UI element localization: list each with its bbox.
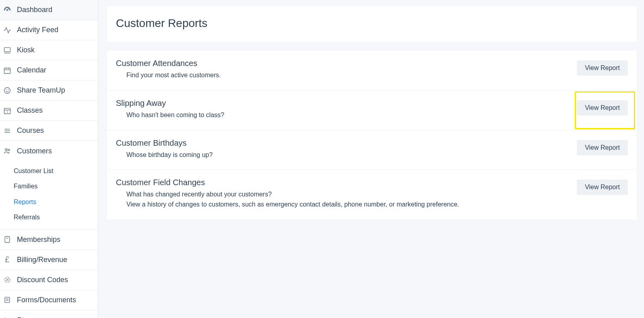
nav-calendar[interactable]: Calendar xyxy=(0,60,98,81)
report-title: Customer Attendances xyxy=(116,59,569,68)
svg-point-11 xyxy=(8,89,8,90)
report-description: What has changed recently about your cus… xyxy=(116,190,569,210)
discount-icon xyxy=(0,276,11,284)
report-row: Customer BirthdaysWhose birthday is comi… xyxy=(107,130,637,170)
report-row: Customer AttendancesFind your most activ… xyxy=(107,51,637,91)
report-title: Customer Birthdays xyxy=(116,138,569,148)
nav-billing-revenue[interactable]: Billing/Revenue xyxy=(0,250,98,270)
nav-label: Store xyxy=(17,316,93,318)
svg-point-19 xyxy=(8,149,10,151)
subnav-families[interactable]: Families xyxy=(0,179,98,194)
svg-point-9 xyxy=(4,87,10,93)
report-description: Whose birthday is coming up? xyxy=(116,150,569,160)
svg-rect-27 xyxy=(5,297,10,302)
svg-point-18 xyxy=(5,149,7,151)
report-list: Customer AttendancesFind your most activ… xyxy=(107,51,637,219)
page-title: Customer Reports xyxy=(116,17,628,30)
nav-label: Share TeamUp xyxy=(17,86,93,95)
users-icon xyxy=(0,147,11,155)
sidebar: Dashboard Activity Feed Kiosk Calendar S xyxy=(0,0,98,318)
report-description: Find your most active customers. xyxy=(116,70,569,81)
report-row: Customer Field ChangesWhat has changed r… xyxy=(107,170,637,219)
svg-rect-20 xyxy=(5,237,10,243)
nav-discount-codes[interactable]: Discount Codes xyxy=(0,270,98,290)
svg-point-26 xyxy=(8,281,8,281)
nav-share-teamup[interactable]: Share TeamUp xyxy=(0,81,98,101)
nav-label: Memberships xyxy=(17,235,93,244)
svg-point-10 xyxy=(6,89,6,90)
nav-label: Customers xyxy=(17,147,93,155)
subnav-customer-list[interactable]: Customer List xyxy=(0,163,98,179)
nav-customers[interactable]: Customers xyxy=(0,141,98,161)
nav-label: Calendar xyxy=(17,66,93,74)
nav-courses[interactable]: Courses xyxy=(0,121,98,141)
cart-icon xyxy=(0,316,11,318)
badge-icon xyxy=(0,235,11,244)
report-title: Slipping Away xyxy=(116,99,569,108)
nav-label: Activity Feed xyxy=(17,26,93,34)
customers-submenu: Customer List Families Reports Referrals xyxy=(0,161,98,230)
monitor-icon xyxy=(0,46,11,54)
nav-label: Kiosk xyxy=(17,46,93,54)
form-icon xyxy=(0,296,11,304)
nav-label: Billing/Revenue xyxy=(17,256,93,264)
svg-point-25 xyxy=(6,279,6,279)
nav-classes[interactable]: 1 Classes xyxy=(0,101,98,121)
nav-label: Forms/Documents xyxy=(17,296,93,304)
svg-rect-0 xyxy=(4,47,10,52)
view-report-button[interactable]: View Report xyxy=(577,180,628,195)
report-row: Slipping AwayWho hasn't been coming to c… xyxy=(107,91,637,130)
nav-memberships[interactable]: Memberships xyxy=(0,230,98,250)
stack-icon xyxy=(0,127,11,135)
nav-forms-documents[interactable]: Forms/Documents xyxy=(0,290,98,310)
report-info: Customer AttendancesFind your most activ… xyxy=(116,59,577,81)
nav-activity-feed[interactable]: Activity Feed xyxy=(0,20,98,40)
pound-icon xyxy=(0,256,11,264)
report-info: Slipping AwayWho hasn't been coming to c… xyxy=(116,99,577,120)
nav-dashboard[interactable]: Dashboard xyxy=(0,0,98,20)
nav-kiosk[interactable]: Kiosk xyxy=(0,40,98,60)
svg-text:1: 1 xyxy=(6,110,8,113)
calendar-icon xyxy=(0,66,11,74)
page-header: Customer Reports xyxy=(107,6,637,42)
main-content: Customer Reports Customer AttendancesFin… xyxy=(98,0,644,318)
nav-label: Discount Codes xyxy=(17,276,93,284)
smile-icon xyxy=(0,87,11,95)
nav-store[interactable]: Store xyxy=(0,310,98,318)
svg-rect-2 xyxy=(4,68,10,73)
report-title: Customer Field Changes xyxy=(116,178,569,187)
nav-label: Classes xyxy=(17,106,93,115)
subnav-reports[interactable]: Reports xyxy=(0,194,98,210)
report-info: Customer Field ChangesWhat has changed r… xyxy=(116,178,577,210)
subnav-referrals[interactable]: Referrals xyxy=(0,210,98,225)
nav-label: Courses xyxy=(17,126,93,135)
calendar-day-icon: 1 xyxy=(0,107,11,115)
view-report-button[interactable]: View Report xyxy=(577,60,628,76)
view-report-button[interactable]: View Report xyxy=(577,140,628,155)
nav-label: Dashboard xyxy=(17,6,93,14)
activity-icon xyxy=(0,26,11,34)
gauge-icon xyxy=(0,6,11,14)
report-description: Who hasn't been coming to class? xyxy=(116,110,569,120)
report-info: Customer BirthdaysWhose birthday is comi… xyxy=(116,138,577,160)
view-report-button[interactable]: View Report xyxy=(577,100,628,116)
